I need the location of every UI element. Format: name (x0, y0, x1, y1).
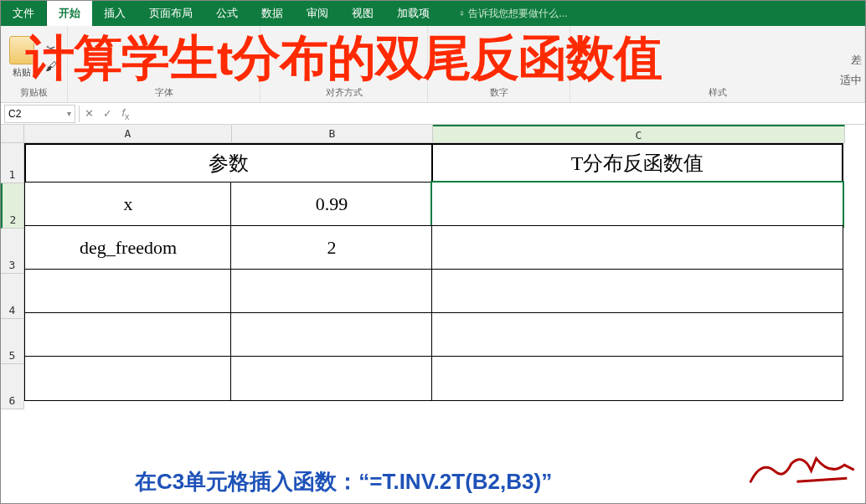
tab-home[interactable]: 开始 (47, 1, 92, 26)
tab-insert[interactable]: 插入 (92, 1, 137, 26)
tab-review[interactable]: 审阅 (295, 1, 340, 26)
fx-button[interactable]: fx (116, 106, 135, 121)
tell-me-search[interactable]: ♀ 告诉我您想要做什么... (441, 1, 865, 26)
col-header-C[interactable]: C (433, 125, 845, 143)
tab-file[interactable]: 文件 (1, 1, 47, 26)
cell-C2[interactable] (431, 182, 843, 227)
cell-C5[interactable] (431, 312, 843, 357)
row-headers: 1 2 3 4 5 6 (1, 143, 24, 409)
cancel-formula-button[interactable]: ✕ (80, 107, 98, 120)
name-box[interactable]: C2 ▾ (4, 105, 75, 123)
bottom-annotation: 在C3单元格插入函数：“=T.INV.2T(B2,B3)” (135, 467, 552, 496)
cell-A6[interactable] (24, 356, 232, 401)
overlay-title: 计算学生t分布的双尾反函数值 (26, 26, 857, 91)
accept-formula-button[interactable]: ✓ (98, 107, 116, 120)
lightbulb-icon: ♀ (458, 8, 468, 19)
cell-C6[interactable] (431, 356, 843, 401)
row-header-2[interactable]: 2 (1, 183, 24, 229)
col-header-B[interactable]: B (232, 125, 433, 143)
cell-A3[interactable]: deg_freedom (24, 225, 232, 270)
cell-C3[interactable] (431, 225, 843, 270)
column-headers: A B C (24, 125, 845, 143)
col-header-A[interactable]: A (24, 125, 232, 143)
row-header-6[interactable]: 6 (1, 364, 24, 409)
cell-B3[interactable]: 2 (230, 225, 433, 270)
chevron-down-icon: ▾ (67, 109, 71, 118)
signature-mark (745, 450, 857, 504)
row-header-4[interactable]: 4 (1, 274, 24, 319)
tab-formulas[interactable]: 公式 (204, 1, 250, 26)
formula-bar-row: C2 ▾ ✕ ✓ fx (1, 103, 865, 125)
cell-B2[interactable]: 0.99 (230, 182, 433, 227)
cell-A1B1-merged[interactable]: 参数 (24, 143, 433, 183)
tab-strip: 文件 开始 插入 页面布局 公式 数据 审阅 视图 加载项 ♀ 告诉我您想要做什… (1, 1, 865, 26)
cell-B4[interactable] (230, 269, 433, 314)
cell-A4[interactable] (24, 269, 232, 314)
select-all-corner[interactable] (1, 125, 24, 143)
row-header-1[interactable]: 1 (1, 143, 24, 183)
cell-A5[interactable] (24, 312, 232, 357)
grid-container: A B C 1 2 3 4 5 6 参数 T分布反函数值 x 0.99 deg_… (1, 125, 865, 409)
name-box-value: C2 (8, 108, 21, 120)
cell-C1[interactable]: T分布反函数值 (431, 143, 843, 183)
tab-addins[interactable]: 加载项 (385, 1, 441, 26)
cell-B5[interactable] (230, 312, 433, 357)
tab-data[interactable]: 数据 (250, 1, 295, 26)
row-header-3[interactable]: 3 (1, 229, 24, 274)
row-header-5[interactable]: 5 (1, 319, 24, 364)
search-hint-text: 告诉我您想要做什么... (468, 8, 567, 19)
cell-B6[interactable] (230, 356, 433, 401)
cell-C4[interactable] (431, 269, 843, 314)
formula-input[interactable] (135, 105, 865, 123)
tab-view[interactable]: 视图 (340, 1, 385, 26)
tab-page-layout[interactable]: 页面布局 (137, 1, 204, 26)
cell-A2[interactable]: x (24, 182, 232, 227)
